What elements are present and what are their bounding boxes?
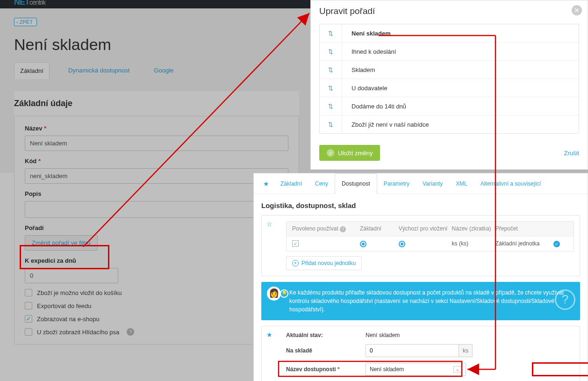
col-nazev: Název (zkratka): [452, 225, 495, 232]
value-aktualni-stav: Není skladem: [366, 332, 574, 338]
product-panel: ★ Základní Ceny Dostupnost Parametry Var…: [253, 173, 588, 381]
help-icon[interactable]: ?: [127, 328, 134, 336]
bulb-icon: 💡: [280, 289, 288, 298]
change-order-button[interactable]: Změnit pořadí ve filtru: [25, 235, 98, 251]
section-heading: Logistika, dostupnost, sklad: [261, 201, 580, 209]
modal-title: Upravit pořadí: [319, 6, 579, 16]
checkbox-povoleno[interactable]: ✓: [292, 240, 299, 247]
input-popis[interactable]: [25, 201, 288, 218]
sort-item[interactable]: ⇅Zboží již není v naší nabídce: [320, 115, 579, 133]
tabs: Základní Dynamická dostupnost Google: [14, 62, 294, 79]
close-icon[interactable]: ✕: [572, 5, 582, 15]
drag-handle-icon[interactable]: ⇅: [320, 115, 342, 133]
select-nazev-dostupnosti[interactable]: Není skladem ⌄: [366, 363, 466, 376]
table-row: ✓ ks (ks) Základní jednotka ✓: [287, 236, 574, 251]
check-kosik[interactable]: Zboží je možno vložit do košíku: [25, 289, 288, 296]
col-zakladni: Základní: [360, 225, 399, 232]
check-feed[interactable]: Exportovat do feedu: [25, 302, 288, 309]
app-logo: NETcentrik: [14, 0, 45, 7]
input-na-sklade[interactable]: [366, 344, 459, 357]
tab-google[interactable]: Google: [148, 62, 179, 79]
tab-alternativni[interactable]: Alternativní a související: [474, 174, 547, 194]
label-nazev: Název *: [25, 125, 288, 132]
col-prepocet: Přepočet: [495, 225, 553, 232]
star-icon[interactable]: ☆: [266, 220, 272, 228]
drag-handle-icon[interactable]: ⇅: [320, 61, 342, 79]
help-icon[interactable]: ?: [555, 289, 575, 310]
sort-item[interactable]: ⇅Není skladem: [320, 24, 579, 43]
check-hlidaci-pes[interactable]: U zboží zobrazit Hlídacího psa?: [25, 328, 288, 336]
input-nazev[interactable]: [25, 136, 288, 151]
unit-label: ks: [459, 344, 473, 357]
save-button[interactable]: ✓Uložit změny: [319, 145, 380, 161]
label-kod: Kód *: [25, 158, 288, 165]
input-expedice[interactable]: [25, 268, 118, 283]
drag-handle-icon[interactable]: ⇅: [320, 24, 342, 42]
drag-handle-icon[interactable]: ⇅: [320, 97, 342, 115]
tab-dostupnost[interactable]: Dostupnost: [335, 173, 377, 194]
tab-zakladni[interactable]: Základní: [14, 62, 50, 79]
sort-item[interactable]: ⇅Skladem: [320, 61, 579, 79]
label-poradi: Pořadí: [25, 224, 288, 231]
section-title: Základní údaje: [14, 91, 299, 116]
page-title: Není skladem: [14, 36, 294, 54]
col-povoleno: Povoleno používat ?: [292, 225, 360, 232]
tab-parametry[interactable]: Parametry: [377, 174, 416, 194]
unit-name: ks (ks): [452, 240, 495, 247]
sort-item[interactable]: ⇅Ihned k odeslání: [320, 43, 579, 61]
order-modal: ✕ Upravit pořadí ⇅Není skladem ⇅Ihned k …: [310, 0, 588, 170]
col-vychozi: Výchozí pro vložení: [399, 225, 452, 232]
chevron-down-icon: ⌄: [453, 366, 462, 373]
cancel-link[interactable]: Zrušit: [564, 150, 580, 157]
label-na-sklade: Na skladě: [286, 347, 366, 354]
tab-ceny[interactable]: Ceny: [308, 174, 335, 194]
avatar-icon: 👩: [267, 287, 281, 301]
label-expedice: K expedici za dnů: [25, 257, 288, 264]
tab-zakladni2[interactable]: Základní: [274, 174, 308, 194]
info-banner: 👩 💡 Ke každému produktu přiřaďte skladov…: [261, 282, 580, 320]
label-popis: Popis: [25, 190, 288, 197]
radio-vychozi[interactable]: [399, 241, 405, 247]
drag-handle-icon[interactable]: ⇅: [320, 79, 342, 97]
sort-item[interactable]: ⇅U dodavatele: [320, 79, 579, 97]
units-table: Povoleno používat ? Základní Výchozí pro…: [286, 221, 574, 252]
radio-zakladni[interactable]: [360, 241, 366, 247]
tab-xml[interactable]: XML: [449, 174, 474, 194]
label-nazev-dostupnosti: Název dostupnosti *: [286, 366, 366, 373]
sort-item[interactable]: ⇅Dodáme do 14ti dnů: [320, 97, 579, 115]
drag-handle-icon[interactable]: ⇅: [320, 43, 342, 60]
tab-varianty[interactable]: Varianty: [416, 174, 449, 194]
tab-dynamicka[interactable]: Dynamická dostupnost: [63, 62, 136, 79]
unit-prepocet: Základní jednotka: [495, 240, 553, 247]
check-eshop[interactable]: ✓Zobrazovat na e-shopu: [25, 315, 288, 323]
star-icon[interactable]: ★: [258, 175, 274, 192]
back-button[interactable]: ‹ ZPĚT: [14, 18, 37, 26]
star-icon[interactable]: ★: [266, 331, 272, 338]
label-aktualni-stav: Aktuální stav:: [286, 332, 366, 338]
input-kod[interactable]: [25, 168, 288, 184]
add-unit-button[interactable]: +Přidat novou jednotku: [286, 256, 362, 270]
check-icon: ✓: [553, 241, 560, 247]
sort-list: ⇅Není skladem ⇅Ihned k odeslání ⇅Skladem…: [319, 24, 579, 134]
